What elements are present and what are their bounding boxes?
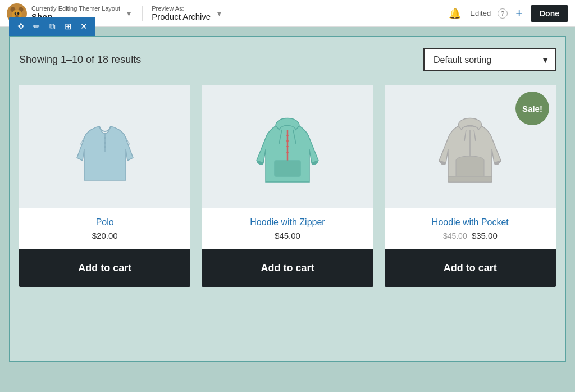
product-info-hoodie-zip: Hoodie with Zipper $45.00 [202, 208, 373, 241]
title-dropdown-chevron[interactable]: ▾ [127, 9, 131, 18]
product-image-polo [19, 85, 190, 208]
polo-shirt-image [69, 107, 142, 186]
sorting-wrapper: Default sorting Sort by popularity Sort … [423, 48, 556, 71]
preview-label: Preview As: [152, 5, 211, 12]
svg-point-5 [17, 12, 20, 14]
product-name-hoodie-zip[interactable]: Hoodie with Zipper [208, 217, 366, 227]
product-card-polo: Polo $20.00 Add to cart [19, 85, 190, 287]
add-to-cart-hoodie-pocket[interactable]: Add to cart [385, 249, 556, 287]
add-to-cart-polo[interactable]: Add to cart [19, 249, 190, 287]
product-info-polo: Polo $20.00 [19, 208, 190, 241]
preview-value: Product Archive [152, 12, 211, 21]
sale-price: $35.00 [472, 231, 498, 240]
product-grid: Polo $20.00 Add to cart [19, 85, 556, 287]
sale-badge-text: Sale! [522, 104, 542, 113]
close-icon[interactable]: ✕ [76, 19, 91, 34]
original-price: $45.00 [443, 231, 467, 240]
block-toolbar: ✥ ✏ ⧉ ⊞ ✕ [9, 17, 95, 36]
move-icon[interactable]: ✥ [13, 19, 28, 34]
notification-bell-icon[interactable]: 🔔 [446, 5, 463, 22]
product-image-hoodie-zip [202, 85, 373, 208]
product-name-hoodie-pocket[interactable]: Hoodie with Pocket [391, 217, 549, 227]
svg-point-4 [15, 12, 17, 14]
product-price-polo: $20.00 [26, 231, 184, 240]
edit-icon[interactable]: ✏ [29, 19, 44, 34]
content-box: ✥ ✏ ⧉ ⊞ ✕ Showing 1–10 of 18 results Def… [9, 36, 566, 362]
svg-rect-18 [275, 161, 300, 176]
svg-point-11 [104, 142, 106, 144]
done-button[interactable]: Done [531, 5, 568, 22]
layout-icon[interactable]: ⊞ [61, 19, 75, 34]
svg-point-7 [15, 12, 16, 13]
svg-point-10 [104, 137, 106, 139]
results-count: Showing 1–10 of 18 results [19, 54, 141, 66]
sale-badge: Sale! [515, 92, 549, 125]
svg-point-12 [104, 146, 106, 148]
product-name-polo[interactable]: Polo [26, 217, 184, 227]
product-image-hoodie-pocket: Sale! [385, 85, 556, 208]
product-card-hoodie-pocket: Sale! [385, 85, 556, 287]
sorting-select[interactable]: Default sorting Sort by popularity Sort … [423, 48, 556, 71]
main-area: ✥ ✏ ⧉ ⊞ ✕ Showing 1–10 of 18 results Def… [0, 27, 575, 392]
add-icon[interactable]: + [512, 6, 526, 21]
product-price-hoodie-zip: $45.00 [208, 231, 366, 240]
help-icon[interactable]: ? [498, 8, 508, 19]
duplicate-icon[interactable]: ⧉ [45, 19, 60, 34]
editing-label: Currently Editing Themer Layout [31, 5, 120, 12]
hoodie-zip-image [251, 104, 324, 189]
svg-point-8 [19, 12, 19, 13]
add-to-cart-hoodie-zip[interactable]: Add to cart [202, 249, 373, 287]
product-info-hoodie-pocket: Hoodie with Pocket $45.00 $35.00 [385, 208, 556, 241]
product-price-hoodie-pocket: $45.00 $35.00 [391, 231, 549, 240]
product-card-hoodie-zip: Hoodie with Zipper $45.00 Add to cart [202, 85, 373, 287]
hoodie-pocket-image [433, 104, 506, 189]
edited-label: Edited [470, 9, 491, 17]
preview-block: Preview As: Product Archive [152, 5, 211, 21]
help-label: ? [501, 10, 504, 17]
preview-dropdown-chevron[interactable]: ▾ [217, 9, 221, 18]
archive-header: Showing 1–10 of 18 results Default sorti… [19, 37, 556, 80]
svg-rect-24 [448, 176, 492, 182]
topbar-divider [142, 6, 143, 21]
